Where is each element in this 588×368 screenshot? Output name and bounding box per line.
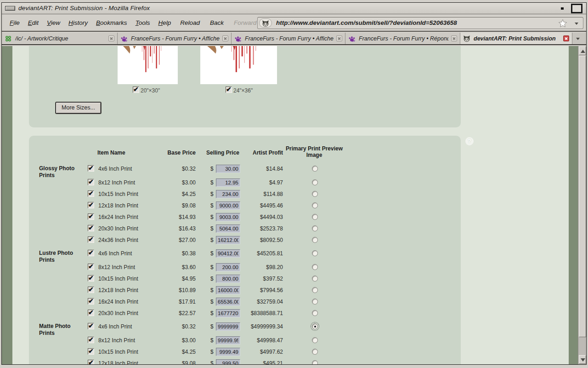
primary-preview-radio[interactable] [312, 237, 318, 243]
url-bar[interactable]: http://www.deviantart.com/submit/sell/?d… [257, 17, 583, 29]
tab-close-icon[interactable] [451, 35, 457, 41]
selling-price-input[interactable] [216, 190, 240, 198]
tab-1[interactable]: /ic/ - Artwork/Critique [2, 33, 118, 44]
primary-preview-radio[interactable] [312, 264, 318, 270]
selling-price-input[interactable] [216, 275, 240, 283]
menu-view[interactable]: View [47, 19, 60, 26]
back-button[interactable]: Back [210, 19, 224, 26]
maximize-button[interactable] [571, 4, 582, 13]
item-enabled-checkbox[interactable] [88, 179, 94, 185]
base-price: $4.95 [139, 276, 196, 282]
item-enabled-checkbox[interactable] [88, 250, 94, 256]
tab-close-icon[interactable] [222, 35, 228, 41]
primary-preview-radio[interactable] [312, 349, 318, 355]
item-enabled-checkbox[interactable] [88, 236, 94, 243]
item-enabled-checkbox[interactable] [88, 213, 94, 220]
menu-tools[interactable]: Tools [136, 19, 150, 26]
item-enabled-checkbox[interactable] [88, 287, 94, 293]
selling-price-input[interactable] [216, 348, 240, 356]
tab-4[interactable]: FFFranceFurs - Forum Furry • Répondre [345, 33, 460, 44]
primary-preview-radio[interactable] [312, 214, 318, 220]
menu-file[interactable]: File [10, 19, 20, 26]
item-enabled-checkbox[interactable] [88, 275, 94, 282]
primary-preview-radio[interactable] [312, 191, 318, 197]
tab-2[interactable]: FFFranceFurs - Forum Furry • Afficher l.… [118, 33, 232, 44]
menu-help[interactable]: Help [158, 19, 171, 26]
primary-preview-radio[interactable] [312, 179, 318, 185]
tab-close-icon[interactable] [336, 35, 342, 41]
primary-preview-radio[interactable] [312, 166, 318, 172]
selling-price-input[interactable] [216, 224, 240, 233]
tab-close-icon[interactable] [563, 35, 569, 41]
primary-preview-radio[interactable] [312, 360, 318, 364]
selling-price-input[interactable] [216, 213, 240, 221]
url-dropdown-caret-icon[interactable] [575, 23, 578, 25]
selling-price-input[interactable] [216, 165, 240, 173]
scrollbar-thumb[interactable] [579, 56, 586, 337]
tab-5[interactable]: deviantART: Print Submission [460, 33, 572, 44]
selling-price-input[interactable] [216, 322, 240, 331]
table-row: 16x24 Inch Print$17.91$$32759.04 [29, 297, 461, 309]
selling-price-input[interactable] [216, 336, 240, 345]
item-enabled-checkbox[interactable] [88, 264, 94, 270]
item-enabled-checkbox[interactable] [88, 165, 94, 172]
currency-symbol: $ [210, 214, 214, 220]
primary-preview-radio[interactable] [312, 299, 318, 305]
selling-price-input[interactable] [216, 249, 240, 258]
primary-preview-radio[interactable] [312, 276, 318, 282]
tab-3[interactable]: FFFranceFurs - Forum Furry • Afficher l.… [232, 33, 345, 44]
selling-price-input[interactable] [216, 359, 240, 364]
primary-preview-radio[interactable] [312, 310, 318, 316]
menu-history[interactable]: History [68, 19, 88, 26]
size-checkbox[interactable] [226, 86, 232, 93]
more-sizes-button[interactable]: More Sizes... [56, 102, 101, 114]
selling-price-input[interactable] [216, 178, 240, 187]
tab-close-icon[interactable] [108, 35, 114, 41]
selling-price-input[interactable] [216, 298, 240, 306]
selling-price-input[interactable] [216, 263, 240, 271]
primary-preview-radio[interactable] [312, 225, 318, 231]
item-enabled-checkbox[interactable] [88, 298, 94, 305]
size-checkbox[interactable] [133, 86, 139, 93]
scroll-up-button[interactable] [579, 46, 586, 55]
menu-edit[interactable]: Edit [28, 19, 39, 26]
item-enabled-checkbox[interactable] [88, 337, 94, 343]
bookmark-star-icon[interactable] [558, 19, 567, 30]
window-menu-icon[interactable] [5, 6, 15, 11]
size-label: 20"×30" [141, 87, 160, 94]
artist-profit: $8388588.71 [243, 310, 283, 316]
url-text[interactable]: http://www.deviantart.com/submit/sell/?d… [276, 19, 457, 26]
menu-bookmarks[interactable]: Bookmarks [96, 19, 127, 26]
item-enabled-checkbox[interactable] [88, 348, 94, 355]
primary-preview-radio[interactable] [312, 287, 318, 293]
primary-preview-radio[interactable] [312, 250, 318, 256]
minimize-button[interactable] [559, 5, 566, 12]
print-preview-thumbnail[interactable] [118, 46, 178, 84]
print-size-option: 20"×30" [133, 86, 139, 94]
item-enabled-checkbox[interactable] [88, 225, 94, 231]
tab-list-caret-icon[interactable] [576, 38, 580, 40]
help-icon[interactable]: ? [465, 137, 474, 145]
item-enabled-checkbox[interactable] [88, 202, 94, 208]
selling-price-input[interactable] [216, 309, 240, 317]
item-enabled-checkbox[interactable] [88, 360, 94, 364]
reload-button[interactable]: Reload [180, 19, 200, 26]
item-name: 16x24 Inch Print [98, 214, 138, 220]
scroll-down-button[interactable] [579, 355, 586, 364]
tab-bar: /ic/ - Artwork/CritiqueFFFranceFurs - Fo… [2, 33, 586, 45]
item-enabled-checkbox[interactable] [88, 310, 94, 316]
vertical-scrollbar[interactable] [578, 46, 586, 364]
selling-price-input[interactable] [216, 286, 240, 294]
item-enabled-checkbox[interactable] [88, 323, 94, 329]
print-preview-thumbnail[interactable] [200, 46, 277, 84]
selling-price-input[interactable] [216, 201, 240, 210]
primary-preview-radio[interactable] [312, 337, 318, 343]
selling-price-input[interactable] [216, 236, 240, 244]
table-row: 20x30 Inch Print$22.57$$8388588.71 [29, 309, 461, 320]
primary-preview-radio[interactable] [312, 202, 318, 208]
primary-preview-radio[interactable] [312, 323, 318, 329]
item-enabled-checkbox[interactable] [88, 190, 94, 197]
base-price: $22.57 [139, 310, 196, 316]
header-selling-price: Selling Price [183, 150, 239, 156]
tab-label: deviantART: Print Submission [474, 35, 560, 42]
